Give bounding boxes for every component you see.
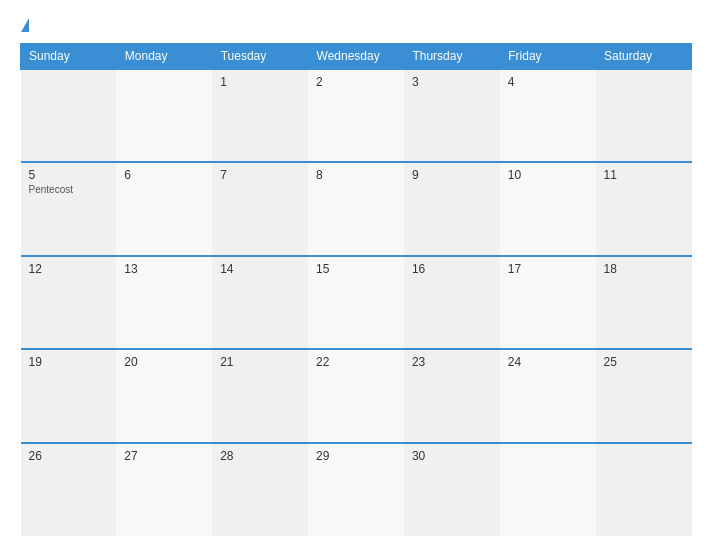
weekday-header: Wednesday <box>308 44 404 70</box>
day-number: 20 <box>124 355 204 369</box>
weekday-header: Tuesday <box>212 44 308 70</box>
calendar-cell: 29 <box>308 443 404 536</box>
logo-triangle-icon <box>21 18 29 32</box>
calendar-cell: 5Pentecost <box>21 162 117 255</box>
calendar-cell: 30 <box>404 443 500 536</box>
day-number: 6 <box>124 168 204 182</box>
day-number: 27 <box>124 449 204 463</box>
calendar-cell: 14 <box>212 256 308 349</box>
day-number: 5 <box>29 168 109 182</box>
calendar-cell: 7 <box>212 162 308 255</box>
day-number: 17 <box>508 262 588 276</box>
day-number: 3 <box>412 75 492 89</box>
weekday-header: Monday <box>116 44 212 70</box>
calendar-cell: 3 <box>404 69 500 162</box>
day-number: 26 <box>29 449 109 463</box>
day-number: 23 <box>412 355 492 369</box>
calendar-cell <box>21 69 117 162</box>
day-number: 22 <box>316 355 396 369</box>
day-number: 25 <box>604 355 684 369</box>
calendar-cell: 10 <box>500 162 596 255</box>
day-number: 29 <box>316 449 396 463</box>
calendar-cell: 18 <box>596 256 692 349</box>
day-number: 30 <box>412 449 492 463</box>
calendar-cell: 28 <box>212 443 308 536</box>
calendar-cell: 26 <box>21 443 117 536</box>
day-number: 15 <box>316 262 396 276</box>
holiday-label: Pentecost <box>29 184 109 195</box>
calendar-cell <box>116 69 212 162</box>
calendar-week-row: 2627282930 <box>21 443 692 536</box>
calendar-cell: 19 <box>21 349 117 442</box>
day-number: 19 <box>29 355 109 369</box>
calendar-cell: 13 <box>116 256 212 349</box>
weekday-header: Friday <box>500 44 596 70</box>
calendar-cell: 2 <box>308 69 404 162</box>
calendar-cell: 11 <box>596 162 692 255</box>
calendar-page: SundayMondayTuesdayWednesdayThursdayFrid… <box>0 0 712 550</box>
day-number: 1 <box>220 75 300 89</box>
calendar-cell <box>596 69 692 162</box>
calendar-cell: 20 <box>116 349 212 442</box>
day-number: 9 <box>412 168 492 182</box>
weekday-header: Thursday <box>404 44 500 70</box>
calendar-header <box>20 18 692 33</box>
calendar-week-row: 19202122232425 <box>21 349 692 442</box>
calendar-cell: 27 <box>116 443 212 536</box>
day-number: 10 <box>508 168 588 182</box>
calendar-week-row: 5Pentecost67891011 <box>21 162 692 255</box>
day-number: 11 <box>604 168 684 182</box>
calendar-cell: 6 <box>116 162 212 255</box>
calendar-cell: 4 <box>500 69 596 162</box>
day-number: 4 <box>508 75 588 89</box>
calendar-week-row: 1234 <box>21 69 692 162</box>
calendar-table: SundayMondayTuesdayWednesdayThursdayFrid… <box>20 43 692 536</box>
calendar-cell: 16 <box>404 256 500 349</box>
day-number: 21 <box>220 355 300 369</box>
logo <box>20 18 29 33</box>
calendar-cell: 25 <box>596 349 692 442</box>
calendar-cell <box>596 443 692 536</box>
day-number: 2 <box>316 75 396 89</box>
calendar-cell <box>500 443 596 536</box>
calendar-cell: 1 <box>212 69 308 162</box>
calendar-cell: 9 <box>404 162 500 255</box>
calendar-cell: 21 <box>212 349 308 442</box>
day-number: 13 <box>124 262 204 276</box>
calendar-header-row: SundayMondayTuesdayWednesdayThursdayFrid… <box>21 44 692 70</box>
weekday-header: Sunday <box>21 44 117 70</box>
calendar-week-row: 12131415161718 <box>21 256 692 349</box>
day-number: 12 <box>29 262 109 276</box>
day-number: 24 <box>508 355 588 369</box>
calendar-cell: 12 <box>21 256 117 349</box>
day-number: 18 <box>604 262 684 276</box>
calendar-cell: 8 <box>308 162 404 255</box>
calendar-cell: 22 <box>308 349 404 442</box>
calendar-cell: 24 <box>500 349 596 442</box>
calendar-cell: 15 <box>308 256 404 349</box>
weekday-header: Saturday <box>596 44 692 70</box>
day-number: 7 <box>220 168 300 182</box>
day-number: 14 <box>220 262 300 276</box>
calendar-cell: 17 <box>500 256 596 349</box>
day-number: 16 <box>412 262 492 276</box>
day-number: 8 <box>316 168 396 182</box>
day-number: 28 <box>220 449 300 463</box>
calendar-cell: 23 <box>404 349 500 442</box>
